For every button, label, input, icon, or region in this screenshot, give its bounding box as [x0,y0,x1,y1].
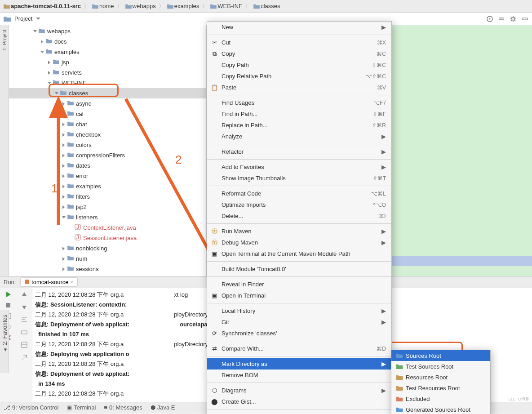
submenu-sources-root[interactable]: Sources Root [391,350,490,361]
tree-folder-row[interactable]: jsp [9,57,206,67]
tree-arrow-icon[interactable] [61,215,66,220]
breadcrumb-seg[interactable]: home [92,3,114,9]
tree-arrow-icon[interactable] [61,142,66,148]
wrap-icon[interactable] [21,316,28,323]
favorites-tab[interactable]: ★ 2: Favorites [0,310,9,373]
menu-delete[interactable]: Delete...⌦ [207,210,391,222]
menu-copy[interactable]: ⧉Copy⌘C [207,48,391,59]
breadcrumb-seg[interactable]: WEB-INF [210,3,242,9]
tree-arrow-icon[interactable] [47,80,52,86]
tree-arrow-icon[interactable] [61,132,66,138]
tree-arrow-icon[interactable] [68,236,74,241]
menu-reveal[interactable]: Reveal in Finder [207,279,391,290]
dropdown-icon[interactable] [36,17,40,21]
java-ee-tab[interactable]: ⬢ Java E [151,404,175,411]
tree-arrow-icon[interactable] [61,256,66,262]
menu-compare[interactable]: ⇄Compare With...⌘D [207,343,391,354]
submenu-resources[interactable]: Resources Root [391,372,490,383]
tree-arrow-icon[interactable] [61,101,66,107]
submenu-excluded[interactable]: Excluded [391,393,490,404]
tree-folder-row[interactable]: webapps [9,26,206,36]
menu-find-path[interactable]: Find in Path...⇧⌘F [207,108,391,120]
tree-arrow-icon[interactable] [68,225,74,231]
tree-folder-row[interactable]: sessions [9,264,206,274]
tree-arrow-icon[interactable] [40,49,45,55]
tree-arrow-icon[interactable] [61,111,66,117]
menu-git[interactable]: Git▶ [207,316,391,328]
tree-arrow-icon[interactable] [61,267,66,272]
tree-arrow-icon[interactable] [32,29,38,34]
menu-reformat[interactable]: Reformat Code⌥⌘L [207,188,391,199]
menu-open-terminal[interactable]: ▣Open in Terminal [207,290,391,301]
menu-paste[interactable]: 📋Paste⌘V [207,82,391,93]
tree-folder-row[interactable]: cal [9,109,206,119]
menu-copy-path[interactable]: Copy Path⇧⌘C [207,59,391,71]
submenu-test-resources[interactable]: Test Resources Root [391,383,490,393]
terminal-tab[interactable]: ▣ Terminal [66,404,96,411]
scroll-icon[interactable] [21,341,28,348]
tree-folder-row[interactable]: colors [9,140,206,150]
tree-arrow-icon[interactable] [61,174,66,179]
menu-gist[interactable]: ⬤Create Gist... [207,396,391,407]
menu-show-thumb[interactable]: Show Image Thumbnails⇧⌘T [207,173,391,184]
menu-debug-maven[interactable]: ⓜDebug Maven▶ [207,237,391,248]
menu-local-history[interactable]: Local History▶ [207,305,391,316]
messages-tab[interactable]: ≡ 0: Messages [104,404,142,411]
tree-arrow-icon[interactable] [61,205,66,210]
menu-analyze[interactable]: Analyze▶ [207,131,391,142]
tree-arrow-icon[interactable] [47,60,52,65]
menu-add-fav[interactable]: Add to Favorites▶ [207,161,391,173]
breadcrumb-seg[interactable]: classes [253,3,280,9]
tree-folder-row[interactable]: classes [9,88,206,98]
tree-arrow-icon[interactable] [61,122,66,127]
submenu-generated[interactable]: Generated Sources Root [391,404,490,414]
tree-folder-row[interactable]: filters [9,191,206,202]
tree-folder-row[interactable]: num [9,254,206,264]
project-tool-tab[interactable]: 1: Project [0,25,9,276]
menu-sync[interactable]: ⟳Synchronize 'classes' [207,328,391,339]
project-tree[interactable]: webappsdocsexamplesjspservletsWEB-INFcla… [9,25,207,276]
hide-icon[interactable] [521,15,528,22]
tree-arrow-icon[interactable] [61,184,66,189]
menu-find-usages[interactable]: Find Usages⌥F7 [207,97,391,108]
tree-file[interactable]: JSessionListener.java [9,233,206,243]
menu-refactor[interactable]: Refactor▶ [207,146,391,157]
tree-arrow-icon[interactable] [61,246,66,251]
tree-arrow-icon[interactable] [47,70,52,76]
version-control-tab[interactable]: ⎇ 9: Version Control [4,404,58,411]
menu-mark-directory[interactable]: Mark Directory as▶ [207,358,391,369]
tree-folder-row[interactable]: servlets [9,67,206,78]
breadcrumb-root[interactable]: apache-tomcat-8.0.11-src [4,3,81,9]
project-label[interactable]: Project [14,15,32,22]
tree-folder-row[interactable]: examples [9,181,206,191]
tree-folder-row[interactable]: error [9,171,206,181]
tree-arrow-icon[interactable] [61,163,66,169]
menu-copy-rel[interactable]: Copy Relative Path⌥⇧⌘C [207,71,391,82]
tree-folder-row[interactable]: checkbox [9,129,206,140]
print-icon[interactable] [21,329,28,336]
collapse-icon[interactable] [498,15,505,22]
tree-folder-row[interactable]: listeners [9,212,206,223]
tree-file[interactable]: JContextListener.java [9,223,206,233]
menu-build[interactable]: Build Module 'Tomcat8.0' [207,263,391,275]
up-icon[interactable] [21,291,28,298]
tree-folder-row[interactable]: chat [9,119,206,129]
menu-run-maven[interactable]: ⓜRun Maven▶ [207,226,391,237]
clear-icon[interactable] [21,354,28,361]
tree-arrow-icon[interactable] [61,153,66,158]
down-icon[interactable] [21,303,28,311]
tree-folder-row[interactable]: nonblocking [9,243,206,254]
menu-replace-path[interactable]: Replace in Path...⇧⌘R [207,120,391,131]
menu-diagrams[interactable]: ⬡Diagrams▶ [207,385,391,396]
tree-folder-row[interactable]: examples [9,47,206,57]
tree-arrow-icon[interactable] [40,39,45,45]
tree-folder-row[interactable]: jsp2 [9,202,206,212]
tree-folder-row[interactable]: docs [9,36,206,47]
rerun-icon[interactable] [4,291,12,298]
tree-folder-row[interactable]: WEB-INF [9,78,206,88]
stop-icon[interactable] [4,302,12,309]
menu-cut[interactable]: ✂Cut⌘X [207,37,391,48]
locate-icon[interactable] [486,15,493,22]
menu-convert-kotlin[interactable]: Convert Java File to Kotlin File [207,411,391,414]
tree-arrow-icon[interactable] [61,194,66,200]
